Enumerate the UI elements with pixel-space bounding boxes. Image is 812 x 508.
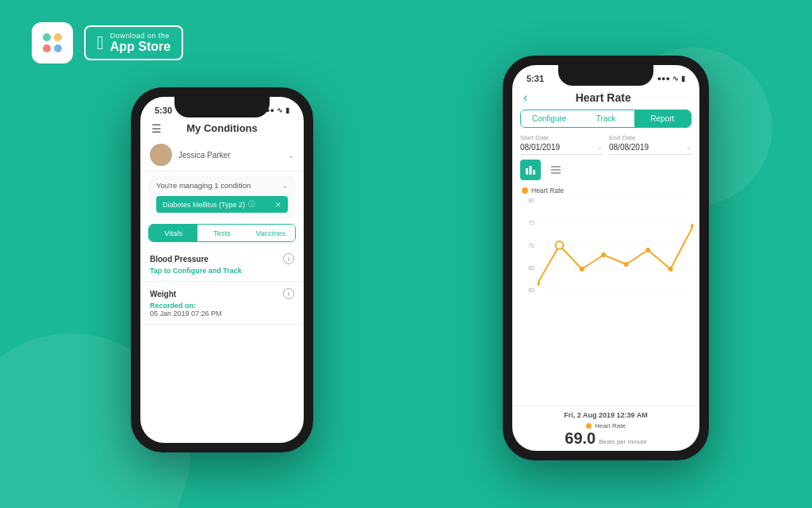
p2-wifi-icon: ∿	[672, 75, 679, 83]
svg-point-19	[580, 267, 584, 271]
phone1-time: 5:30	[155, 106, 172, 115]
condition-remove-icon[interactable]: ✕	[275, 201, 282, 209]
weight-value: 05 Jan 2019 07:26 PM	[150, 310, 294, 318]
chart-legend: Heart Rate	[519, 187, 693, 198]
phone2-status-icons: ●●● ∿ ▮	[657, 75, 685, 83]
legend-dot-icon	[522, 187, 528, 194]
tooltip-value-row: 69.0 Beats per minute	[512, 429, 699, 448]
y-label-60: 60	[519, 287, 534, 293]
condition-info-icon[interactable]: ⓘ	[248, 199, 255, 210]
phone1-content: 5:30 ●●● ∿ ▮ ☰ My Conditions	[140, 97, 304, 443]
svg-point-24	[691, 224, 693, 229]
phone2-header: ‹ Heart Rate	[512, 87, 699, 110]
weight-title-row: Weight i	[150, 288, 294, 299]
svg-point-2	[43, 44, 51, 52]
svg-point-3	[54, 44, 62, 52]
svg-rect-9	[551, 166, 561, 167]
svg-point-1	[54, 33, 62, 41]
phone1-header: ☰ My Conditions	[140, 119, 304, 139]
svg-point-0	[43, 33, 51, 41]
apple-logo-icon: 	[97, 33, 104, 52]
svg-point-4	[156, 147, 166, 156]
y-label-65: 65	[519, 265, 534, 271]
svg-rect-8	[533, 170, 535, 175]
tab-configure[interactable]: Configure	[521, 110, 577, 127]
phone1-frame: 5:30 ●●● ∿ ▮ ☰ My Conditions	[131, 87, 313, 452]
battery-icon: ▮	[285, 106, 289, 114]
heart-rate-tabs: Configure Track Report	[520, 110, 691, 128]
phone2-time: 5:31	[527, 74, 544, 83]
end-date-field[interactable]: End Date 08/08/2019 ⌄	[609, 134, 691, 155]
condition-tag: Diabetes Mellitus (Type 2) ⓘ ✕	[156, 196, 288, 213]
end-date-value: 08/08/2019 ⌄	[609, 143, 691, 155]
view-toggle	[512, 160, 699, 187]
phone1-notch	[174, 97, 270, 117]
list-view-button[interactable]	[546, 160, 566, 180]
phone1-title: My Conditions	[186, 122, 258, 134]
phone2-notch	[558, 65, 653, 86]
chart-yaxis: 80 75 70 65 60	[519, 198, 534, 293]
chart-tooltip: Fri, 2 Aug 2019 12:39 AM Heart Rate 69.0…	[512, 406, 699, 451]
svg-rect-11	[551, 172, 561, 174]
wifi-icon: ∿	[277, 106, 283, 114]
p2-battery-icon: ▮	[681, 75, 685, 83]
y-label-75: 75	[519, 220, 534, 225]
phone2-title: Heart Rate	[534, 91, 688, 104]
condition-chevron-icon: ⌄	[282, 181, 288, 190]
end-date-chevron-icon: ⌄	[686, 144, 691, 151]
weight-recorded-label: Recorded on:	[150, 302, 294, 310]
vital-blood-pressure: Blood Pressure i Tap to Configure and Tr…	[140, 247, 304, 282]
svg-point-22	[645, 248, 650, 252]
user-row[interactable]: Jessica Parker ⌄	[140, 139, 304, 171]
svg-rect-7	[530, 166, 532, 175]
start-date-field[interactable]: Start Date 08/01/2019 ⌄	[520, 134, 603, 155]
tab-vaccines[interactable]: Vaccines	[247, 225, 295, 241]
chart-container: 80 75 70 65 60	[519, 198, 693, 309]
condition-header[interactable]: You're managing 1 condition ⌄	[148, 176, 296, 194]
y-label-80: 80	[519, 198, 534, 203]
svg-rect-10	[551, 169, 561, 171]
blood-pressure-subtitle: Tap to Configure and Track	[150, 267, 294, 275]
weight-info-icon[interactable]: i	[283, 288, 294, 299]
back-button[interactable]: ‹	[523, 90, 527, 105]
phone2-frame: 5:31 ●●● ∿ ▮ ‹ Heart Rate Configure Trac…	[503, 56, 709, 460]
badge-text: Download on the App Store	[110, 32, 170, 54]
y-label-70: 70	[519, 243, 534, 248]
svg-point-23	[668, 267, 673, 271]
phone2-screen: 5:31 ●●● ∿ ▮ ‹ Heart Rate Configure Trac…	[512, 65, 699, 451]
end-date-label: End Date	[609, 134, 691, 141]
avatar	[150, 144, 172, 166]
tab-vitals[interactable]: Vitals	[149, 225, 197, 241]
tab-tests[interactable]: Tests	[197, 225, 246, 241]
tooltip-value: 69.0	[565, 429, 596, 448]
vitals-tabs: Vitals Tests Vaccines	[148, 224, 296, 242]
tab-report[interactable]: Report	[634, 110, 691, 127]
phone1-screen: 5:30 ●●● ∿ ▮ ☰ My Conditions	[140, 97, 304, 443]
menu-icon[interactable]: ☰	[151, 122, 162, 135]
svg-point-5	[153, 158, 169, 166]
start-date-chevron-icon: ⌄	[597, 144, 603, 151]
phone2-content: 5:31 ●●● ∿ ▮ ‹ Heart Rate Configure Trac…	[512, 65, 699, 451]
user-name: Jessica Parker	[178, 151, 282, 160]
start-date-label: Start Date	[520, 134, 603, 141]
tab-track[interactable]: Track	[577, 110, 634, 127]
legend-label: Heart Rate	[531, 187, 564, 194]
appstore-badge[interactable]:  Download on the App Store	[84, 25, 183, 60]
app-icon	[32, 22, 73, 64]
chart-area: Heart Rate 80 75 70 65 60	[512, 187, 699, 406]
condition-count-text: You're managing 1 condition	[156, 181, 251, 190]
blood-pressure-info-icon[interactable]: i	[283, 253, 294, 264]
svg-point-20	[601, 252, 606, 257]
date-range-row: Start Date 08/01/2019 ⌄ End Date 08/08/2…	[512, 134, 699, 160]
blood-pressure-label: Blood Pressure	[150, 255, 209, 264]
chart-svg-wrapper	[538, 198, 693, 293]
svg-rect-6	[526, 168, 528, 175]
user-chevron-icon: ⌄	[288, 151, 294, 160]
svg-point-17	[538, 281, 540, 286]
tooltip-label-row: Heart Rate	[512, 422, 699, 429]
start-date-value: 08/01/2019 ⌄	[520, 143, 603, 155]
chart-view-button[interactable]	[520, 160, 541, 180]
top-logos-area:  Download on the App Store	[32, 22, 183, 64]
tooltip-dot-icon	[586, 423, 592, 429]
weight-label: Weight	[150, 290, 176, 298]
